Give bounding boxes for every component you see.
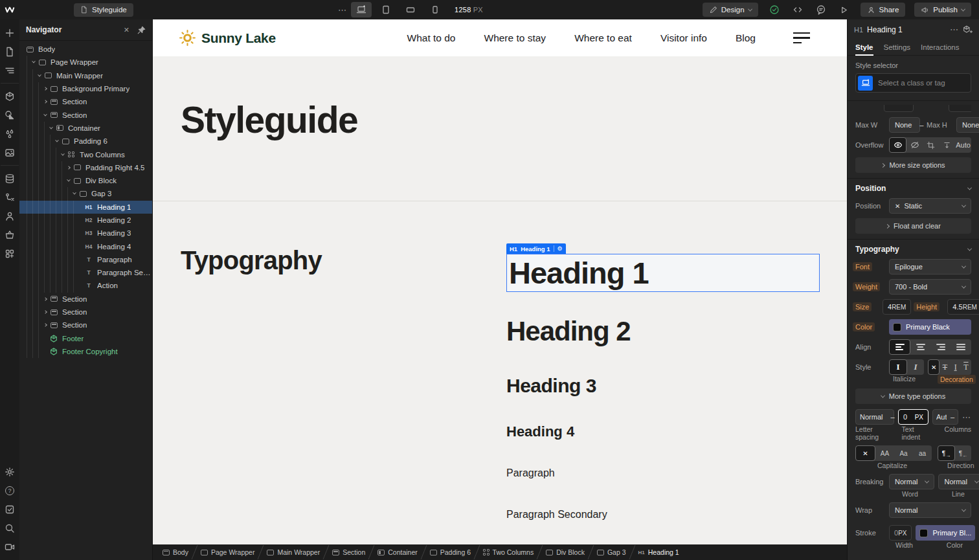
navigator-item-section[interactable]: Section [19,95,152,108]
columns-select[interactable]: Auto– [932,409,958,425]
max-w-select[interactable]: None– [889,117,920,133]
publish-button[interactable]: Publish [914,3,971,17]
breadcrumb-container[interactable]: Container [372,544,423,560]
navigator-item-container[interactable]: Container [19,122,152,135]
decoration-overline-icon[interactable]: T [961,359,971,375]
italic-off-icon[interactable]: I [889,359,907,375]
assets-rail-icon[interactable] [1,143,19,162]
navigator-item-section[interactable]: Section [19,108,152,121]
element-settings-gear-icon[interactable]: ⚙ [554,245,563,252]
canvas-heading-3[interactable]: Heading 3 [506,375,596,397]
tab-interactions[interactable]: Interactions [921,39,959,55]
breakpoint-tablet-button[interactable] [376,2,396,17]
pages-rail-icon[interactable] [1,42,19,61]
max-h-select[interactable]: None– [956,117,979,133]
canvas-width-value[interactable]: 1258 [455,6,471,14]
direction-rtl-icon[interactable]: ¶← [955,445,971,461]
style-selector-input[interactable]: Select a class or tag [855,73,971,93]
add-rail-icon[interactable] [1,23,19,42]
logic-rail-icon[interactable] [1,188,19,207]
navigator-item-padding-right-4-5[interactable]: Padding Right 4.5 [19,161,152,174]
overflow-visible-eye-icon[interactable] [889,137,906,153]
breadcrumb-page-wrapper[interactable]: Page Wrapper [195,544,261,560]
canvas-section-title[interactable]: Typography [181,246,322,275]
navigator-item-section[interactable]: Section [19,319,152,331]
width-input-clipped[interactable] [884,105,914,112]
site-nav-link-visitor-info[interactable]: Visitor info [660,32,707,44]
webflow-logo-icon[interactable] [0,0,19,19]
position-section-title[interactable]: Position [855,184,886,193]
create-component-icon[interactable] [963,25,973,34]
navigator-item-main-wrapper[interactable]: Main Wrapper [19,69,152,82]
line-height-input[interactable]: 4.5REM [947,299,979,315]
breakpoint-landscape-button[interactable] [400,2,421,17]
decoration-underline-icon[interactable]: I [951,359,961,375]
navigator-item-heading-4[interactable]: H4Heading 4 [19,240,152,252]
breadcrumb-main-wrapper[interactable]: Main Wrapper [261,544,326,560]
design-mode-dropdown[interactable]: Design [703,3,758,17]
custom-code-icon[interactable] [791,3,805,17]
canvas-heading-4[interactable]: Heading 4 [506,423,574,440]
video-rail-icon[interactable] [1,537,19,556]
position-select[interactable]: ✕ Static [889,198,971,214]
panel-more-icon[interactable]: ⋯ [950,25,959,34]
align-left-icon[interactable] [889,339,910,355]
columns-more-icon[interactable]: ⋯ [962,412,971,422]
weight-label[interactable]: Weight [853,282,880,291]
saved-status-icon[interactable] [767,3,782,17]
more-size-options-button[interactable]: More size options [855,157,971,173]
align-center-icon[interactable] [910,339,930,355]
navigator-item-heading-1[interactable]: H1Heading 1 [19,201,152,214]
word-breaking-select[interactable]: Normal [889,474,934,489]
navigator-item-body[interactable]: Body [19,43,152,56]
navigator-item-section[interactable]: Section [19,293,152,306]
navigator-item-heading-3[interactable]: H3Heading 3 [19,227,152,240]
navigator-item-div-block[interactable]: Div Block [19,174,152,187]
capitalize-capitalize-option[interactable]: Aa [894,445,913,461]
position-collapse-icon[interactable] [967,185,972,190]
breadcrumb-body[interactable]: Body [157,544,194,560]
selected-element-badge[interactable]: H1 Heading 1 ⚙ [506,243,566,254]
text-indent-input[interactable]: 0PX [898,409,928,425]
site-logo[interactable]: Sunny Lake [179,29,276,47]
pin-icon[interactable] [137,26,146,34]
collapse-all-icon[interactable]: ✕ [124,26,129,34]
navigator-item-gap-3[interactable]: Gap 3 [19,187,152,200]
height-label[interactable]: Height [914,302,940,311]
tab-settings[interactable]: Settings [884,39,911,55]
help-rail-icon[interactable]: ? [1,481,19,500]
overflow-scroll-icon[interactable] [939,137,955,153]
breadcrumb-two-columns[interactable]: Two Columns [477,544,539,560]
site-nav-link-what-to-do[interactable]: What to do [407,32,456,44]
breadcrumb-section[interactable]: Section [326,544,371,560]
cms-rail-icon[interactable] [1,169,19,188]
navigator-item-page-wrapper[interactable]: Page Wrapper [19,56,152,69]
breadcrumb-gap-3[interactable]: Gap 3 [591,544,632,560]
decoration-sublabel[interactable]: Decoration [938,375,976,384]
site-nav-link-blog[interactable]: Blog [736,32,756,44]
navigator-item-footer-copyright[interactable]: Footer Copyright [19,345,152,358]
direction-ltr-icon[interactable]: ¶→ [938,445,955,461]
overflow-hidden-eye-off-icon[interactable] [906,137,923,153]
navigator-item-footer[interactable]: Footer [19,332,152,345]
typography-section-title[interactable]: Typography [855,245,899,254]
hamburger-menu-icon[interactable] [793,32,810,44]
font-label[interactable]: Font [853,262,872,271]
breakpoint-phone-button[interactable] [425,2,445,17]
variables-rail-icon[interactable] [1,124,19,143]
align-right-icon[interactable] [931,339,951,355]
canvas-paragraph[interactable]: Paragraph [506,467,555,479]
styles-rail-icon[interactable] [1,106,19,124]
capitalize-uppercase-option[interactable]: AA [875,445,894,461]
weight-select[interactable]: 700 - Bold [889,279,971,295]
navigator-item-paragraph-second-[interactable]: TParagraph Second... [19,266,152,279]
navigator-item-background-primary[interactable]: Background Primary [19,82,152,95]
italic-on-icon[interactable]: I [907,359,924,375]
breadcrumb-heading-1[interactable]: H1Heading 1 [633,544,685,560]
tab-style[interactable]: Style [855,39,873,55]
navigator-item-heading-2[interactable]: H2Heading 2 [19,214,152,227]
navigator-item-paragraph[interactable]: TParagraph [19,253,152,266]
stroke-width-input[interactable]: 0PX [889,525,912,541]
align-justify-icon[interactable] [951,339,971,355]
settings-rail-icon[interactable] [1,462,19,481]
